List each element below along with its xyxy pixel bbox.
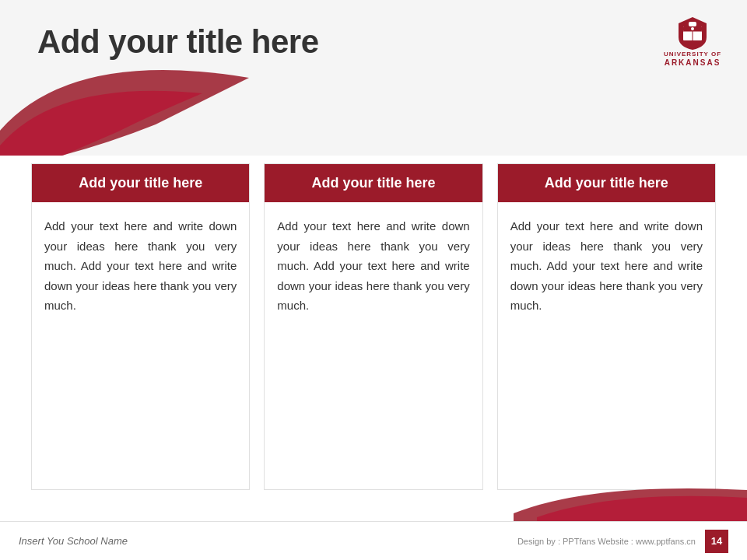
credits-label: Design by : PPTfans Website : www.pptfan… bbox=[517, 537, 696, 546]
card-3-body: Add your text here and write down your i… bbox=[498, 202, 715, 489]
card-2-header: Add your title here bbox=[265, 164, 482, 202]
card-1-body: Add your text here and write down your i… bbox=[32, 202, 249, 489]
card-1-header: Add your title here bbox=[32, 164, 249, 202]
shield-icon bbox=[677, 16, 708, 51]
svg-rect-2 bbox=[689, 22, 696, 26]
swoosh-bottom-icon bbox=[514, 474, 747, 521]
card-3: Add your title here Add your text here a… bbox=[497, 163, 716, 490]
card-2: Add your title here Add your text here a… bbox=[264, 163, 482, 490]
main-title: Add your title here bbox=[37, 23, 319, 61]
bottom-right-area: Design by : PPTfans Website : www.pptfan… bbox=[517, 530, 728, 553]
card-3-header: Add your title here bbox=[498, 164, 715, 202]
card-2-body: Add your text here and write down your i… bbox=[265, 202, 482, 489]
content-area: Add your title here Add your text here a… bbox=[31, 163, 716, 490]
school-name-label: Insert You School Name bbox=[19, 535, 128, 547]
slide: Add your title here UNIVERSITY OF ARKANS… bbox=[0, 0, 747, 560]
svg-point-3 bbox=[691, 27, 694, 30]
logo-name-label: ARKANSAS bbox=[665, 58, 721, 68]
logo-university-label: UNIVERSITY OF bbox=[664, 51, 721, 58]
university-logo: UNIVERSITY OF ARKANSAS bbox=[661, 16, 724, 78]
page-number: 14 bbox=[705, 530, 728, 553]
card-1: Add your title here Add your text here a… bbox=[31, 163, 250, 490]
bottom-bar: Insert You School Name Design by : PPTfa… bbox=[0, 521, 747, 560]
